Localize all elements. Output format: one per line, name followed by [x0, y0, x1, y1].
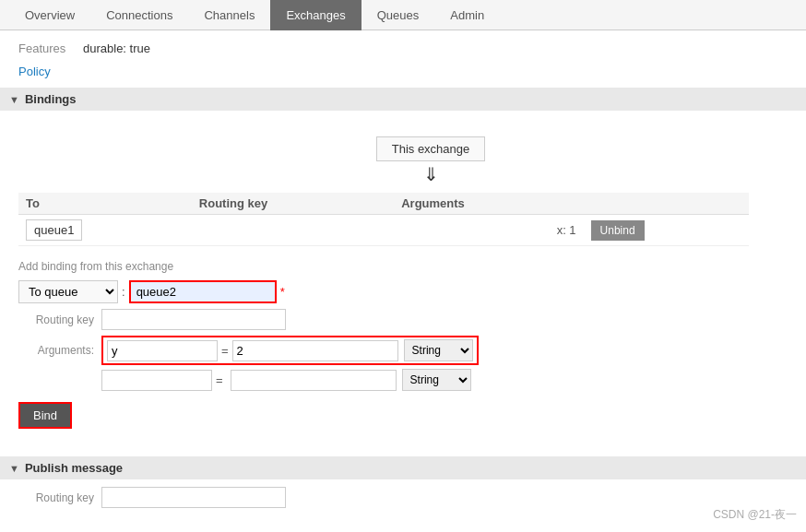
- arg-value-input2[interactable]: [231, 370, 397, 391]
- routing-key-label: Routing key: [18, 313, 101, 326]
- watermark: CSDN @21-夜一: [713, 507, 797, 521]
- publish-arrow-icon: ▼: [9, 463, 19, 474]
- tab-overview[interactable]: Overview: [9, 0, 90, 30]
- required-indicator: *: [280, 285, 285, 299]
- tab-queues[interactable]: Queues: [362, 0, 435, 30]
- routing-key-input[interactable]: [101, 309, 286, 330]
- main-content: Features durable: true Policy ▼ Bindings…: [0, 30, 806, 521]
- bindings-section-header[interactable]: ▼ Bindings: [0, 88, 806, 111]
- bindings-table: To Routing key Arguments queue1 x: 1 Unb…: [18, 193, 749, 246]
- features-value: durable: true: [83, 38, 150, 59]
- to-queue-select[interactable]: To queue To exchange: [18, 280, 118, 303]
- to-cell: queue1: [18, 215, 192, 246]
- bindings-area: This exchange ⇓ To Routing key Arguments…: [18, 118, 788, 453]
- equals-sign2: =: [216, 373, 223, 387]
- features-label: Features: [18, 38, 83, 59]
- publish-routing-key-input[interactable]: [101, 487, 286, 508]
- tab-exchanges[interactable]: Exchanges: [270, 0, 361, 30]
- bindings-title: Bindings: [25, 92, 77, 106]
- type-select[interactable]: String Number Boolean: [404, 339, 473, 361]
- table-row: queue1 x: 1 Unbind: [18, 215, 749, 246]
- publish-section-header[interactable]: ▼ Publish message: [0, 456, 806, 479]
- equals-sign: =: [221, 344, 229, 358]
- features-row: Features durable: true: [18, 38, 788, 59]
- policy-row: Policy: [18, 63, 788, 80]
- add-binding-section: Add binding from this exchange To queue …: [18, 260, 788, 434]
- queue-name-input[interactable]: [129, 280, 277, 303]
- routing-key-cell: [192, 215, 394, 246]
- nav-tabs: Overview Connections Channels Exchanges …: [0, 0, 806, 30]
- to-queue-row: To queue To exchange : *: [18, 280, 788, 303]
- arguments-row2: = String Number Boolean: [101, 369, 788, 391]
- arg-key-input[interactable]: [107, 340, 218, 361]
- arguments-inner: = String Number Boolean: [101, 336, 479, 365]
- arguments-row: Arguments: = String Number Boolean: [18, 336, 788, 365]
- arg-value-input[interactable]: [232, 340, 398, 361]
- bindings-arrow-icon: ▼: [9, 94, 19, 105]
- publish-routing-key-label: Routing key: [18, 491, 101, 504]
- arg-key-input2[interactable]: [101, 370, 212, 391]
- add-binding-title: Add binding from this exchange: [18, 260, 788, 273]
- colon-separator: :: [122, 285, 125, 299]
- queue-cell: queue1: [26, 219, 82, 241]
- publish-title: Publish message: [25, 461, 123, 475]
- exchange-box-wrapper: This exchange ⇓: [74, 136, 788, 185]
- tab-channels[interactable]: Channels: [188, 0, 270, 30]
- policy-label[interactable]: Policy: [18, 63, 83, 80]
- col-routing-key: Routing key: [192, 193, 394, 215]
- arguments-label: Arguments:: [18, 344, 101, 357]
- down-arrow-icon: ⇓: [423, 163, 439, 185]
- col-arguments: Arguments: [394, 193, 583, 215]
- publish-routing-key-row: Routing key: [18, 487, 788, 508]
- tab-admin[interactable]: Admin: [434, 0, 500, 30]
- bind-button[interactable]: Bind: [18, 402, 72, 429]
- routing-key-row: Routing key: [18, 309, 788, 330]
- tab-connections[interactable]: Connections: [90, 0, 188, 30]
- col-to: To: [18, 193, 192, 215]
- arguments-cell: x: 1: [394, 215, 583, 246]
- unbind-button[interactable]: Unbind: [591, 220, 645, 241]
- type-select2[interactable]: String Number Boolean: [402, 369, 471, 391]
- col-action: [584, 193, 750, 215]
- exchange-box: This exchange: [376, 136, 486, 161]
- action-cell: Unbind: [584, 215, 750, 246]
